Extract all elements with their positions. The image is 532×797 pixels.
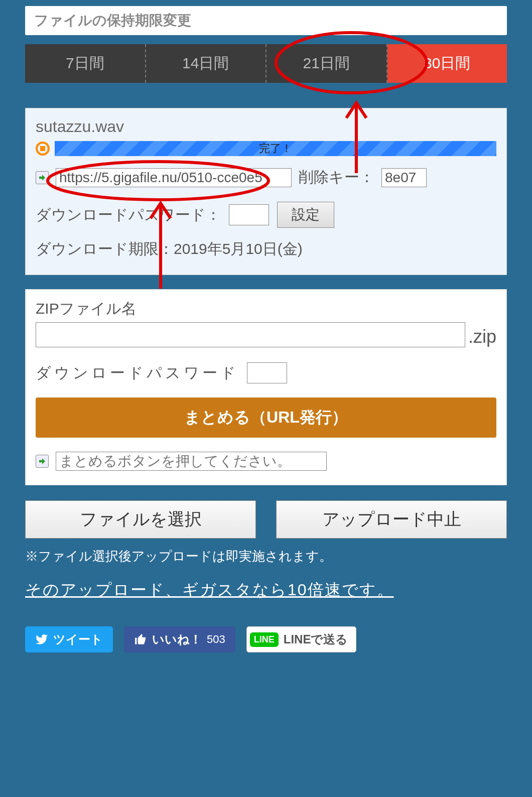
stop-icon[interactable] [36, 142, 50, 156]
open-url-icon[interactable] [36, 171, 49, 184]
retention-tabs: 7日間 14日間 21日間 30日間 [25, 44, 507, 83]
tab-30days[interactable]: 30日間 [387, 44, 507, 83]
tab-21days[interactable]: 21日間 [267, 44, 387, 83]
open-bundle-url-icon[interactable] [36, 455, 49, 468]
upload-note: ※ファイル選択後アップロードは即実施されます。 [25, 548, 507, 565]
like-count: 503 [207, 633, 225, 646]
tweet-button[interactable]: ツイート [25, 626, 113, 652]
line-share-button[interactable]: LINE LINEで送る [246, 626, 357, 652]
bundle-button[interactable]: まとめる（URL発行） [36, 397, 496, 438]
zip-password-label: ダウンロードパスワード [36, 363, 239, 383]
like-button[interactable]: いいね！ 503 [124, 626, 235, 652]
expire-label: ダウンロード期限： [36, 240, 174, 257]
like-label: いいね！ [152, 631, 202, 647]
retention-header: ファイルの保持期限変更 [25, 6, 507, 35]
upload-status: 完了！ [55, 141, 496, 156]
delete-key-label: 削除キー： [299, 167, 374, 188]
promo-link[interactable]: そのアップロード、ギガスタなら10倍速です。 [25, 579, 507, 601]
twitter-icon [35, 633, 48, 646]
tab-7days[interactable]: 7日間 [25, 44, 146, 83]
zip-name-label: ZIPファイル名 [36, 299, 496, 319]
file-panel: sutazzu.wav 完了！ 削除キー： ダウンロードパスワード： 設定 ダウ… [25, 108, 507, 275]
zip-name-input[interactable] [36, 322, 465, 347]
set-password-button[interactable]: 設定 [277, 202, 334, 228]
file-name: sutazzu.wav [36, 117, 496, 136]
thumbs-up-icon [134, 633, 147, 646]
select-file-button[interactable]: ファイルを選択 [25, 500, 256, 539]
tab-14days[interactable]: 14日間 [146, 44, 267, 83]
dl-password-input[interactable] [229, 204, 269, 225]
zip-panel: ZIPファイル名 .zip ダウンロードパスワード まとめる（URL発行） [25, 289, 507, 485]
download-url-input[interactable] [56, 168, 292, 187]
line-label: LINEで送る [284, 631, 348, 647]
zip-extension: .zip [468, 326, 496, 347]
zip-password-input[interactable] [247, 362, 287, 383]
dl-password-label: ダウンロードパスワード： [36, 205, 221, 225]
expire-value: 2019年5月10日(金) [174, 240, 303, 257]
line-icon: LINE [250, 632, 279, 647]
cancel-upload-button[interactable]: アップロード中止 [276, 500, 507, 539]
delete-key-input[interactable] [381, 168, 427, 187]
bundle-url-input[interactable] [56, 452, 327, 471]
tweet-label: ツイート [53, 631, 103, 647]
